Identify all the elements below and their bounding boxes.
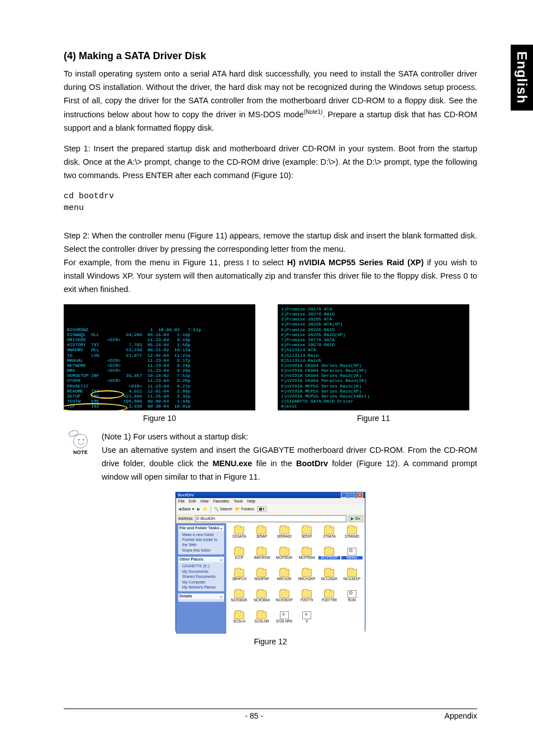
menu-line: 5)Promise 20265 RAID: [281, 327, 466, 332]
file-item[interactable]: 376ATA: [318, 527, 340, 546]
views-button[interactable]: ▦▾: [257, 506, 266, 512]
file-item[interactable]: NRCH2KP: [296, 569, 317, 588]
back-button[interactable]: ◀ Back ▾: [178, 507, 194, 511]
back-label: Back: [182, 507, 191, 511]
file-item[interactable]: MCP55XP: [318, 548, 340, 567]
folder-icon: [234, 611, 244, 619]
menu-line: 4)Promise 20265 ATA(XP): [281, 322, 466, 327]
side-place-item[interactable]: GIGABYTE (E:): [180, 563, 222, 568]
file-item[interactable]: RUN: [341, 590, 363, 609]
menu-line: C)nVIDIA CK804 Series Raid(XP): [281, 363, 466, 368]
note-line1: (Note 1) For users without a startup dis…: [102, 432, 248, 441]
forward-button[interactable]: ▶: [197, 507, 200, 511]
side-tasks-head[interactable]: File and Folder Tasks⌄: [178, 525, 224, 531]
file-item[interactable]: JMICRON: [251, 548, 272, 567]
dos-line: TIP INI 2,839 09-30-04 10:01a: [67, 404, 252, 409]
file-item[interactable]: NCR3664: [251, 590, 272, 609]
file-item[interactable]: JBHPCH: [229, 569, 250, 588]
file-item[interactable]: NCR36XP: [274, 590, 295, 609]
file-item[interactable]: MENU: [341, 548, 363, 567]
file-item[interactable]: MCP5564: [296, 548, 317, 567]
up-button[interactable]: 📁: [203, 507, 208, 511]
side-details-group: Details⌄: [178, 594, 224, 602]
figure-12-wrap: BootDrv _ □ × FileEditViewFavoritesTools…: [64, 492, 477, 646]
file-item[interactable]: NRCH2K: [274, 569, 295, 588]
file-item[interactable]: ICCP: [229, 548, 250, 567]
file-item[interactable]: P20779R: [318, 590, 340, 609]
folder-icon: [234, 569, 244, 577]
file-label: MENU: [341, 556, 363, 560]
paragraph-intro: To install operating system onto a seria…: [64, 68, 477, 135]
file-label: 3726 HPK: [274, 620, 295, 624]
side-head-label: File and Folder Tasks: [179, 526, 219, 530]
folder-icon: [302, 527, 312, 534]
file-label: NCR3664: [251, 599, 272, 602]
file-label: MCP552K: [274, 556, 295, 560]
file-label: P20779: [296, 599, 317, 602]
paragraph-step2b: For example, from the menu in Figure 11,…: [64, 256, 477, 296]
menu-item-tools[interactable]: Tools: [234, 499, 242, 503]
file-item[interactable]: NSHPNF: [251, 569, 272, 588]
file-label: 365AP: [251, 535, 272, 539]
file-item[interactable]: 365XP: [296, 527, 317, 546]
folders-button[interactable]: 📂 Folders: [235, 507, 254, 511]
dos-line: DRIVERS <DIR> 11-23-04 9:24p: [67, 337, 252, 342]
menu-item-favorites[interactable]: Favorites: [213, 499, 229, 503]
folder-icon: [324, 527, 334, 534]
file-label: SCSi-HR: [251, 620, 272, 624]
side-task-item[interactable]: Make a new folder: [180, 532, 222, 537]
file-item[interactable]: NCG362K: [318, 569, 340, 588]
close-button[interactable]: ×: [356, 492, 363, 498]
menu-item-file[interactable]: File: [178, 499, 184, 503]
side-task-item[interactable]: Publish this folder to the Web: [180, 537, 222, 548]
file-item[interactable]: 3726 HPK: [274, 611, 295, 630]
menu-item-view[interactable]: View: [200, 499, 208, 503]
explorer-title: BootDrv: [178, 492, 194, 497]
address-input[interactable]: [195, 515, 347, 522]
maximize-button[interactable]: □: [349, 492, 355, 498]
file-item[interactable]: 365AP: [251, 527, 272, 546]
menu-item-help[interactable]: Help: [248, 499, 255, 503]
file-item[interactable]: 376RAID: [341, 527, 363, 546]
side-place-item[interactable]: Shared Documents: [180, 574, 222, 579]
file-icon: [348, 590, 356, 598]
minimize-button[interactable]: _: [341, 492, 348, 498]
file-label: V: [296, 620, 317, 624]
section-label: Appendix: [445, 711, 477, 720]
search-button[interactable]: 🔍 Search: [214, 507, 232, 511]
file-label: NRCH2KP: [296, 577, 317, 581]
dos-line: PRUSETII <DIR> 11-23-04 9:27p: [67, 384, 252, 389]
folder-icon: [347, 527, 357, 534]
file-item[interactable]: NCG36XP: [341, 569, 363, 588]
file-item[interactable]: 3GSATA: [229, 527, 250, 546]
side-place-item[interactable]: My Network Places: [180, 585, 222, 590]
side-place-item[interactable]: My Computer: [180, 580, 222, 585]
explorer-side-panel: File and Folder Tasks⌄ Make a new folder…: [176, 523, 226, 634]
dos-line: IO LOG 21,877 12-01-04 11:21a: [67, 353, 252, 358]
side-place-item[interactable]: My Documents: [180, 569, 222, 574]
command-block: cd bootdrv menu: [64, 190, 477, 214]
paragraph-step1: Step 1: Insert the prepared startup disk…: [64, 142, 477, 183]
file-item[interactable]: MCP552K: [274, 548, 295, 567]
menu-item-edit[interactable]: Edit: [189, 499, 196, 503]
folder-icon: [347, 569, 357, 577]
file-item[interactable]: V: [296, 611, 317, 630]
paragraph-step2a: Step 2: When the controller menu (Figure…: [64, 229, 477, 256]
file-item[interactable]: SCSi-H: [229, 611, 250, 630]
file-item[interactable]: P20779: [296, 590, 317, 609]
note-icon: NOTE: [64, 430, 97, 484]
menu-line: 8)Promise 20579 RAID: [281, 342, 466, 347]
file-item[interactable]: SCSi-HR: [251, 611, 272, 630]
side-task-item[interactable]: Share this folder: [180, 548, 222, 553]
folder-icon: [279, 569, 289, 577]
side-details-head[interactable]: Details⌄: [178, 594, 224, 599]
file-label: JMICRON: [251, 556, 272, 560]
file-item[interactable]: NCR362K: [229, 590, 250, 609]
folder-icon: [279, 590, 289, 598]
go-button[interactable]: ▶ Go: [349, 516, 363, 521]
file-item[interactable]: 365RAID: [274, 527, 295, 546]
folder-icon: [279, 527, 289, 534]
file-label: ICCP: [229, 556, 250, 560]
side-places-head[interactable]: Other Places⌄: [178, 557, 224, 562]
folder-icon: [256, 527, 266, 534]
